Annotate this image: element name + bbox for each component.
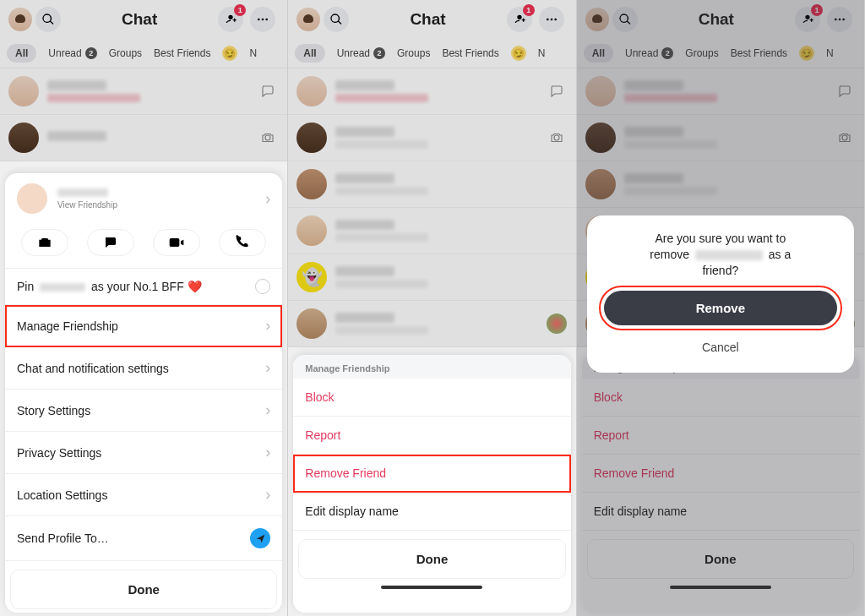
chevron-right-icon: › <box>265 444 270 461</box>
chevron-right-icon: › <box>265 190 270 208</box>
home-indicator[interactable] <box>381 586 482 589</box>
location-settings-row[interactable]: Location Settings › <box>5 474 282 516</box>
camera-icon[interactable] <box>546 127 568 149</box>
filter-best-friends[interactable]: Best Friends <box>442 47 498 59</box>
story-ring-icon[interactable] <box>547 313 567 334</box>
profile-avatar[interactable] <box>296 8 320 31</box>
chat-row[interactable] <box>288 208 575 254</box>
svg-point-4 <box>550 19 552 21</box>
chat-notif-label: Chat and notification settings <box>17 362 169 375</box>
chat-row[interactable]: 👻 <box>288 254 575 301</box>
chat-icon[interactable] <box>546 80 568 102</box>
chat-icon <box>103 235 118 250</box>
send-profile-row[interactable]: Send Profile To… <box>5 516 282 561</box>
manage-friendship-label: Manage Friendship <box>17 319 118 333</box>
chat-header: Chat 1 <box>288 0 575 39</box>
chat-icon[interactable] <box>257 80 279 102</box>
manage-friendship-row[interactable]: Manage Friendship › <box>5 305 282 347</box>
cancel-button[interactable]: Cancel <box>604 332 837 363</box>
done-button[interactable]: Done <box>10 570 277 609</box>
filter-unread-count: 2 <box>85 47 97 59</box>
more-icon <box>544 13 559 26</box>
block-row[interactable]: Block <box>293 379 570 417</box>
header-title: Chat <box>352 10 503 29</box>
pin-radio[interactable] <box>255 279 270 294</box>
filter-all[interactable]: All <box>7 44 36 63</box>
chat-row[interactable] <box>288 68 575 115</box>
phone-screen-2: Chat 1 All Unread2 Groups Best Friends 😏… <box>288 0 576 616</box>
friend-name-redacted <box>57 188 108 197</box>
confirm-dialog: Are you sure you want to remove as a fri… <box>587 215 854 373</box>
filter-emoji[interactable]: 😏 <box>222 46 237 61</box>
video-icon <box>168 234 185 251</box>
dialog-name-redacted <box>695 250 763 260</box>
report-row[interactable]: Report <box>293 417 570 455</box>
done-button[interactable]: Done <box>298 539 565 579</box>
pin-bff-row[interactable]: Pin as your No.1 BFF ❤️ <box>5 269 282 305</box>
friend-avatar <box>17 183 47 214</box>
manage-friendship-sheet: Manage Friendship Block Report Remove Fr… <box>293 355 570 613</box>
camera-button[interactable] <box>21 229 68 256</box>
phone-icon <box>235 235 250 250</box>
chat-row[interactable] <box>0 115 287 161</box>
chevron-right-icon: › <box>265 359 270 377</box>
filter-n[interactable]: N <box>249 47 257 59</box>
remove-button[interactable]: Remove <box>604 291 837 325</box>
svg-point-5 <box>554 19 557 21</box>
dialog-text: Are you sure you want to remove as a fri… <box>604 231 837 279</box>
video-button[interactable] <box>153 229 200 256</box>
chat-row[interactable] <box>288 115 575 161</box>
filter-groups[interactable]: Groups <box>109 47 142 59</box>
sheet-friend-header[interactable]: View Friendship › <box>5 173 282 224</box>
filters-row: All Unread2 Groups Best Friends 😏 N <box>288 39 575 68</box>
send-profile-label: Send Profile To… <box>17 532 109 545</box>
filter-best-friends[interactable]: Best Friends <box>154 47 210 59</box>
location-settings-label: Location Settings <box>17 488 107 502</box>
more-icon <box>255 13 270 26</box>
profile-avatar[interactable] <box>8 8 32 31</box>
filter-groups[interactable]: Groups <box>397 47 430 59</box>
chat-row[interactable] <box>288 161 575 208</box>
chat-row[interactable] <box>288 301 575 347</box>
search-icon <box>41 13 55 26</box>
search-button[interactable] <box>35 7 61 32</box>
search-icon <box>329 13 343 26</box>
chevron-right-icon: › <box>265 401 270 419</box>
add-friend-button[interactable]: 1 <box>507 7 532 32</box>
send-icon <box>250 528 270 548</box>
camera-icon[interactable] <box>257 127 279 149</box>
avatar <box>8 76 39 106</box>
story-settings-label: Story Settings <box>17 404 90 417</box>
confirm-dialog-backdrop[interactable]: Are you sure you want to remove as a fri… <box>577 0 864 616</box>
avatar <box>8 123 39 153</box>
filter-unread[interactable]: Unread 2 <box>48 47 96 59</box>
more-button[interactable] <box>539 7 564 32</box>
call-button[interactable] <box>219 229 266 256</box>
chat-button[interactable] <box>87 229 134 256</box>
filter-emoji[interactable]: 😏 <box>511 46 526 61</box>
chat-list: 👻 <box>288 68 575 347</box>
filter-all[interactable]: All <box>295 44 324 63</box>
add-friend-icon <box>513 13 526 26</box>
add-friend-badge: 1 <box>234 4 246 16</box>
filter-unread[interactable]: Unread2 <box>337 47 385 59</box>
phone-screen-3: Chat 1 All Unread2 Groups Best Friends 😏… <box>577 0 865 616</box>
add-friend-button[interactable]: 1 <box>218 7 243 32</box>
header-title: Chat <box>64 10 215 29</box>
quick-actions <box>5 224 282 269</box>
privacy-settings-label: Privacy Settings <box>17 446 101 460</box>
chevron-right-icon: › <box>265 317 270 335</box>
filter-n[interactable]: N <box>538 47 546 59</box>
search-button[interactable] <box>324 7 349 32</box>
more-button[interactable] <box>250 7 275 32</box>
remove-friend-row[interactable]: Remove Friend <box>293 455 570 493</box>
privacy-settings-row[interactable]: Privacy Settings › <box>5 432 282 474</box>
svg-point-2 <box>266 19 269 21</box>
chat-notif-row[interactable]: Chat and notification settings › <box>5 347 282 390</box>
edit-name-row[interactable]: Edit display name <box>293 493 570 531</box>
emoji-icon: 😏 <box>222 46 237 61</box>
story-settings-row[interactable]: Story Settings › <box>5 390 282 432</box>
filter-unread-label: Unread <box>48 47 81 59</box>
chat-row[interactable] <box>0 68 287 115</box>
view-friendship: View Friendship <box>57 200 265 210</box>
